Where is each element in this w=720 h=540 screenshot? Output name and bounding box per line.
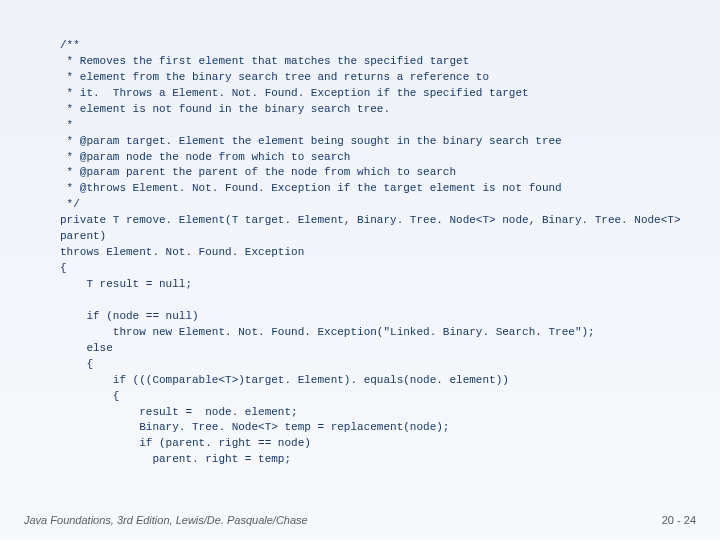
code-line: /** xyxy=(60,39,80,51)
code-line: result = node. element; xyxy=(60,406,298,418)
code-line: throw new Element. Not. Found. Exception… xyxy=(60,326,595,338)
code-line: parent. right = temp; xyxy=(60,453,291,465)
code-line: * @param node the node from which to sea… xyxy=(60,151,350,163)
code-line: * element from the binary search tree an… xyxy=(60,71,489,83)
code-line: * element is not found in the binary sea… xyxy=(60,103,390,115)
code-line: Binary. Tree. Node<T> temp = replacement… xyxy=(60,421,449,433)
code-line: parent) xyxy=(60,230,106,242)
code-line: if (node == null) xyxy=(60,310,199,322)
code-line: { xyxy=(60,358,93,370)
code-line: * it. Throws a Element. Not. Found. Exce… xyxy=(60,87,529,99)
code-line: * xyxy=(60,119,73,131)
page-number: 20 - 24 xyxy=(662,514,696,526)
code-line: * @param target. Element the element bei… xyxy=(60,135,562,147)
code-block: /** * Removes the first element that mat… xyxy=(60,22,700,484)
slide: /** * Removes the first element that mat… xyxy=(0,0,720,540)
code-line: { xyxy=(60,262,67,274)
code-line: { xyxy=(60,390,119,402)
code-line: * @throws Element. Not. Found. Exception… xyxy=(60,182,562,194)
code-line: */ xyxy=(60,198,80,210)
code-line: else xyxy=(60,342,113,354)
code-line: private T remove. Element(T target. Elem… xyxy=(60,214,681,226)
code-line: throws Element. Not. Found. Exception xyxy=(60,246,304,258)
code-line: * Removes the first element that matches… xyxy=(60,55,469,67)
code-line: T result = null; xyxy=(60,278,192,290)
footer-text: Java Foundations, 3rd Edition, Lewis/De.… xyxy=(24,514,308,526)
code-line: * @param parent the parent of the node f… xyxy=(60,166,456,178)
code-line: if (parent. right == node) xyxy=(60,437,311,449)
code-line: if (((Comparable<T>)target. Element). eq… xyxy=(60,374,509,386)
